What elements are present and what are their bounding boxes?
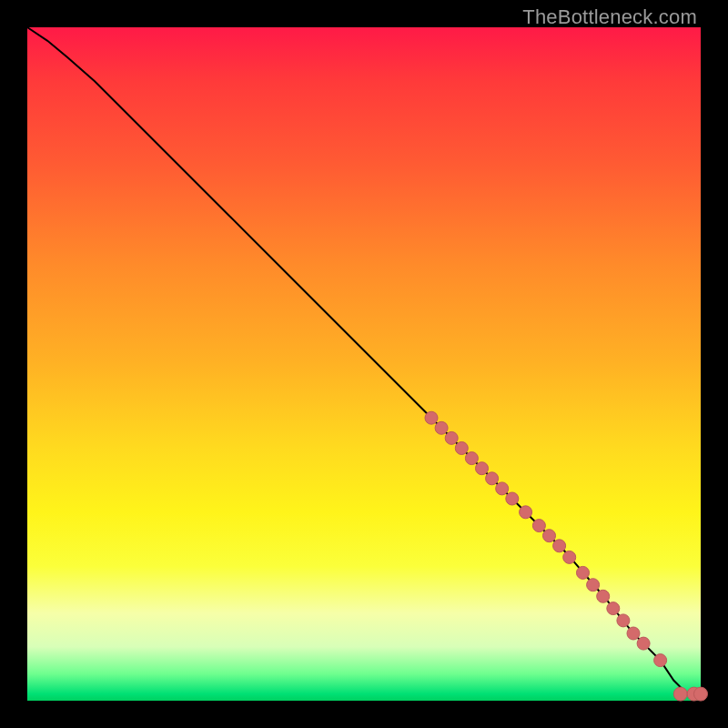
data-point <box>520 506 532 519</box>
data-point <box>455 442 468 455</box>
data-point <box>617 614 630 627</box>
end-point <box>673 687 687 701</box>
data-point <box>563 551 576 563</box>
end-dots-group <box>673 687 707 701</box>
curve-dots-group <box>425 411 667 666</box>
data-point <box>654 654 667 667</box>
data-point <box>577 566 590 579</box>
watermark-text: TheBottleneck.com <box>522 5 697 29</box>
data-point <box>486 472 499 485</box>
data-point <box>476 462 489 475</box>
data-point <box>553 540 566 552</box>
data-point <box>597 590 610 602</box>
data-point <box>532 520 545 532</box>
data-point <box>587 579 600 592</box>
end-point <box>694 687 708 701</box>
data-point <box>496 482 509 495</box>
data-point <box>506 492 519 505</box>
data-point <box>445 431 458 444</box>
data-point <box>607 602 620 615</box>
data-point <box>425 411 438 424</box>
data-point <box>543 530 556 542</box>
chart-stage: TheBottleneck.com <box>0 0 728 728</box>
data-point <box>465 452 478 465</box>
data-point <box>627 627 640 640</box>
data-point <box>637 637 650 650</box>
data-point <box>435 421 448 434</box>
plot-area <box>27 27 701 701</box>
chart-svg <box>27 27 701 701</box>
